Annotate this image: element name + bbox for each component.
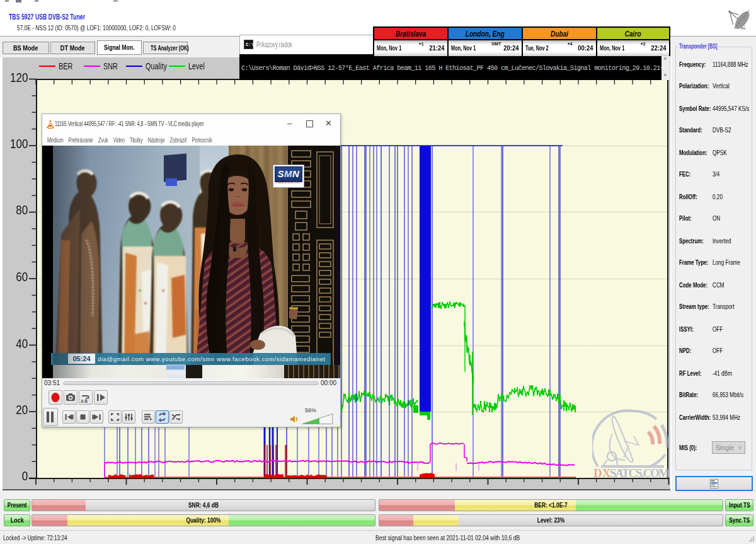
- svg-text:DX: DX: [593, 466, 611, 480]
- svg-text:SATCS.COM: SATCS.COM: [610, 466, 670, 480]
- svg-text:A B: A B: [81, 399, 88, 403]
